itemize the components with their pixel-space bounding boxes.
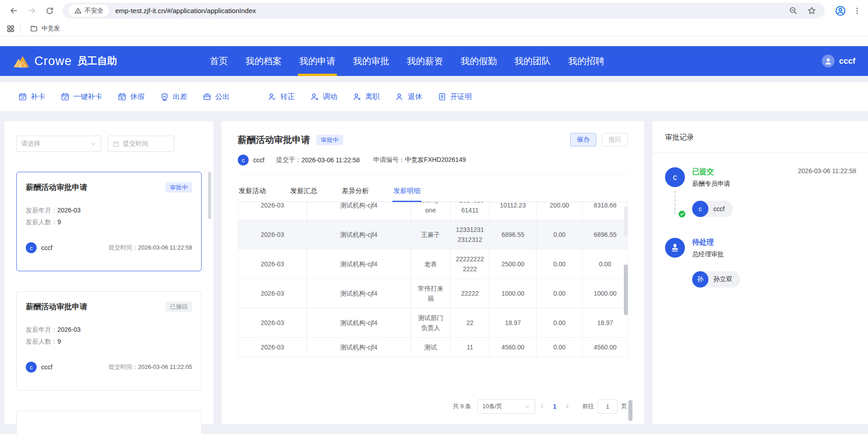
table-cell: 常伟打来福 <box>411 279 451 308</box>
nav-item-6[interactable]: 我的团队 <box>514 46 551 76</box>
apps-grid-icon[interactable] <box>6 24 15 33</box>
goto-page-input[interactable] <box>598 399 618 414</box>
card-title: 薪酬活动审批申请 <box>26 302 87 312</box>
table-cell: 测试 <box>411 338 451 357</box>
prev-page-button[interactable] <box>535 399 549 414</box>
nav-item-2[interactable]: 我的申请 <box>299 46 335 76</box>
address-bar[interactable]: 不安全 emp-test.zjf-it.cn/#/application/app… <box>62 3 825 19</box>
submitted-time: 2026-03-06 11:22:58 <box>302 156 360 164</box>
table-row-4[interactable]: 2026-03测试机构-cjf4测试部门负责人2218.970.0018.97 <box>238 308 628 338</box>
nav-user[interactable]: cccf <box>822 55 855 67</box>
table-cell: 10112.23 <box>490 202 537 220</box>
quick-action-一键补卡[interactable]: 一键补卡 <box>61 92 102 102</box>
content-area: 请选择 提交时间 薪酬活动审批申请审批中发薪年月：2026-03发薪人数：9cc… <box>0 111 868 424</box>
approver-chip[interactable]: 孙孙立双 <box>692 271 741 288</box>
pagination-bar: 共 9 条 10条/页 1 前往 页 <box>238 399 628 414</box>
tab-1[interactable]: 发薪汇总 <box>289 181 318 202</box>
submitted-label: 提交于： <box>276 156 302 164</box>
table-scrollbar-track[interactable] <box>624 207 628 236</box>
quick-action-公出[interactable]: 公出 <box>203 92 230 102</box>
sidebar-scrollbar[interactable] <box>208 172 211 219</box>
withdraw-button[interactable]: 撤回 <box>602 133 628 146</box>
urge-button[interactable]: 催办 <box>570 133 596 146</box>
nav-item-1[interactable]: 我的档案 <box>245 46 282 76</box>
tab-0[interactable]: 发薪活动 <box>238 181 267 202</box>
quick-action-转正[interactable]: 转正 <box>268 92 295 102</box>
application-card-0[interactable]: 薪酬活动审批申请审批中发薪年月：2026-03发薪人数：9ccccf提交时间：2… <box>16 172 202 271</box>
page-size-select[interactable]: 10条/页 <box>477 399 535 414</box>
table-cell: 2026-03 <box>238 279 307 308</box>
table-cell: 0.00 <box>537 308 583 338</box>
quick-action-出差[interactable]: 出差 <box>160 92 187 102</box>
panel-scrollbar-thumb[interactable] <box>628 400 632 421</box>
table-row-0[interactable]: 2026-03测试机构-cjf4twenty-one41324315614111… <box>238 202 628 220</box>
quick-action-label: 补卡 <box>31 92 45 102</box>
check-badge-icon <box>678 210 686 218</box>
tab-3[interactable]: 发薪明细 <box>392 181 421 202</box>
table-scrollbar-thumb[interactable] <box>624 264 628 315</box>
table-cell: 测试机构-cjf4 <box>307 202 411 220</box>
filter-row: 请选择 提交时间 <box>16 136 202 152</box>
card-fields: 发薪年月：2026-03发薪人数：9 <box>26 204 192 228</box>
quick-action-补卡[interactable]: 补卡 <box>18 92 45 102</box>
card-status-badge: 已撤回 <box>165 302 192 312</box>
step-status: 已提交 <box>692 167 714 177</box>
zoom-out-icon[interactable] <box>788 6 798 15</box>
browser-forward-button[interactable] <box>24 3 39 19</box>
profile-icon[interactable] <box>835 5 846 17</box>
menu-dots-icon[interactable] <box>853 6 862 15</box>
bookmark-folder[interactable]: 中竞发 <box>27 23 63 34</box>
nav-item-0[interactable]: 首页 <box>210 46 228 76</box>
user-arrow-icon <box>310 92 319 101</box>
app-header: Crowe 员工自助 首页我的档案我的申请我的审批我的薪资我的假勤我的团队我的招… <box>0 46 868 76</box>
table-cell: twenty-one <box>411 202 451 220</box>
nav-item-3[interactable]: 我的审批 <box>353 46 389 76</box>
submit-date-input[interactable]: 提交时间 <box>108 136 175 152</box>
quick-action-调动[interactable]: 调动 <box>310 92 337 102</box>
table-cell: 11 <box>451 338 490 357</box>
application-card-1[interactable]: 薪酬活动审批申请已撤回发薪年月：2026-03发薪人数：9ccccf提交时间：2… <box>16 291 202 391</box>
bookmark-star-icon[interactable] <box>807 6 816 15</box>
user-icon <box>395 92 404 101</box>
quick-action-开证明[interactable]: 开证明 <box>438 92 472 102</box>
payroll-table-viewport[interactable]: 2026-03测试机构-cjf4twenty-one41324315614111… <box>238 202 628 392</box>
approver-chip[interactable]: ccccf <box>692 201 733 217</box>
browser-reload-button[interactable] <box>42 3 57 19</box>
table-cell: 1000.00 <box>583 279 628 308</box>
table-row-3[interactable]: 2026-03测试机构-cjf4常伟打来福222221000.000.00100… <box>238 279 628 308</box>
current-page[interactable]: 1 <box>549 403 561 410</box>
quick-action-label: 一键补卡 <box>73 92 102 102</box>
app-title: 员工自助 <box>77 54 117 68</box>
browser-back-button[interactable] <box>6 3 21 19</box>
quick-action-退休[interactable]: 退休 <box>395 92 422 102</box>
quick-action-label: 出差 <box>173 92 187 102</box>
application-cards-list: 薪酬活动审批申请审批中发薪年月：2026-03发薪人数：9ccccf提交时间：2… <box>16 172 202 434</box>
table-cell: 0.00 <box>583 250 628 279</box>
table-cell: 4560.00 <box>490 338 537 357</box>
detail-subheader: c cccf 提交于： 2026-03-06 11:22:58 申请编号： 中竞… <box>238 155 628 175</box>
brand-name: Crowe <box>34 54 72 68</box>
nav-item-5[interactable]: 我的假勤 <box>461 46 497 76</box>
table-cell: 0.00 <box>537 220 583 250</box>
table-row-2[interactable]: 2026-03测试机构-cjf4老表2222222222222500.000.0… <box>238 250 628 279</box>
payroll-table: 2026-03测试机构-cjf4twenty-one41324315614111… <box>238 202 628 357</box>
url-text[interactable]: emp-test.zjf-it.cn/#/application/applica… <box>115 7 788 14</box>
next-page-button[interactable] <box>561 399 574 414</box>
type-select[interactable]: 请选择 <box>16 136 101 152</box>
table-row-5[interactable]: 2026-03测试机构-cjf4测试114560.000.004560.00 <box>238 338 628 357</box>
tab-2[interactable]: 差异分析 <box>341 181 370 202</box>
table-cell: 4560.00 <box>583 338 628 357</box>
quick-action-离职[interactable]: 离职 <box>353 92 380 102</box>
application-card-partial[interactable] <box>16 410 202 434</box>
quick-action-休假[interactable]: 休假 <box>118 92 145 102</box>
nav-item-7[interactable]: 我的招聘 <box>568 46 604 76</box>
table-cell: 22 <box>451 308 490 338</box>
main-nav: 首页我的档案我的申请我的审批我的薪资我的假勤我的团队我的招聘 <box>210 46 604 76</box>
applications-sidebar: 请选择 提交时间 薪酬活动审批申请审批中发薪年月：2026-03发薪人数：9cc… <box>5 121 213 424</box>
nav-item-4[interactable]: 我的薪资 <box>407 46 443 76</box>
security-chip[interactable]: 不安全 <box>69 5 109 17</box>
card-title: 薪酬活动审批申请 <box>26 182 87 193</box>
table-cell: 测试机构-cjf4 <box>307 250 411 279</box>
table-row-1[interactable]: 2026-03测试机构-cjf4王麻子1233123123123126896.5… <box>238 220 628 250</box>
table-cell: 2026-03 <box>238 338 307 357</box>
